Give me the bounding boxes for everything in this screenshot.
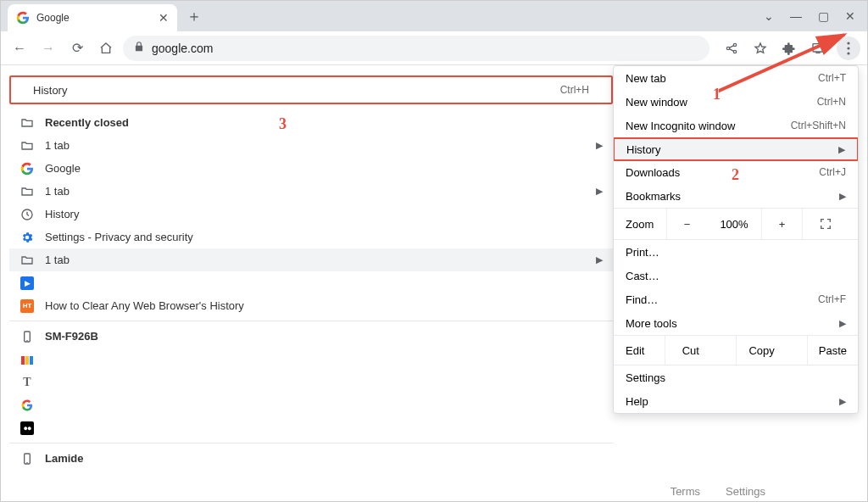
history-item[interactable]: ●● [9,416,613,439]
history-icon [19,207,35,222]
zoom-out-button[interactable]: − [666,209,707,239]
separator [9,443,613,443]
menu-settings[interactable]: Settings [614,365,858,389]
home-button[interactable] [94,36,118,60]
forward-button: → [36,36,60,60]
chevron-right-icon: ▶ [839,396,846,407]
annotation-2: 2 [732,166,739,184]
menu-label: Downloads [626,166,680,179]
toolbar: ← → ⟳ google.com [1,31,867,65]
folder-icon [19,184,35,199]
google-favicon [16,11,30,25]
history-item[interactable]: Settings - Privacy and security [9,226,613,248]
kebab-menu-button[interactable] [837,36,860,60]
menu-label: Find… [626,293,658,306]
address-bar[interactable]: google.com [123,36,709,61]
caret-down-icon[interactable]: ⌄ [760,9,777,23]
extensions-icon[interactable] [779,38,799,59]
svg-point-6 [847,52,849,54]
folder-icon [19,138,35,153]
zoom-label: Zoom [614,218,666,231]
history-item[interactable] [9,348,613,371]
svg-rect-3 [813,43,823,51]
star-icon[interactable] [750,38,771,59]
shortcut: Ctrl+Shift+N [791,120,846,131]
reload-button[interactable]: ⟳ [65,36,89,60]
copy-button[interactable]: Copy [736,336,787,365]
fullscreen-button[interactable] [802,209,848,239]
recently-closed-heading: Recently closed [9,111,613,134]
annotation-3: 3 [279,115,287,133]
cast-icon[interactable] [808,38,828,59]
menu-new-tab[interactable]: New tab Ctrl+T [614,66,858,90]
zoom-in-button[interactable]: + [761,209,802,239]
menu-bookmarks[interactable]: Bookmarks ▶ [614,184,858,208]
menu-new-window[interactable]: New window Ctrl+N [614,90,858,114]
menu-zoom-row: Zoom − 100% + [614,209,858,239]
new-tab-button[interactable]: ＋ [182,4,206,28]
history-header-shortcut: Ctrl+H [560,84,589,96]
chevron-right-icon: ▶ [839,191,846,202]
separator [9,321,613,321]
item-label: 1 tab [45,254,70,266]
history-item[interactable]: ▶ [9,271,613,294]
footer-terms[interactable]: Terms [670,485,700,498]
shortcut: Ctrl+F [818,293,846,305]
menu-cast[interactable]: Cast… [614,264,858,287]
history-item[interactable]: HT How to Clear Any Web Browser's Histor… [9,294,613,317]
edit-label: Edit [614,344,644,357]
item-label: 1 tab [45,139,70,152]
folder-icon [19,115,35,131]
window-controls: ⌄ — ▢ ✕ [760,9,867,23]
menu-find[interactable]: Find… Ctrl+F [614,287,858,311]
tab-strip: Google ✕ ＋ ⌄ — ▢ ✕ [1,1,867,31]
minimize-icon[interactable]: — [787,9,804,23]
paste-button[interactable]: Paste [807,336,858,365]
settings-icon [19,230,35,245]
menu-help[interactable]: Help ▶ [614,389,858,413]
device-label: SM-F926B [45,330,98,343]
back-button[interactable]: ← [8,36,31,60]
close-tab-icon[interactable]: ✕ [159,11,169,25]
browser-tab[interactable]: Google ✕ [8,4,177,31]
menu-history[interactable]: History ▶ [613,137,859,161]
svg-point-5 [847,47,849,49]
close-window-icon[interactable]: ✕ [842,9,859,23]
menu-edit-row: Edit Cut Copy Paste [614,336,858,365]
menu-label: New Incognito window [626,120,735,132]
folder-icon [19,253,35,268]
menu-label: New tab [626,72,666,85]
synced-device[interactable]: SM-F926B [9,325,613,348]
history-item[interactable]: T [9,371,613,393]
cut-button[interactable]: Cut [665,336,715,365]
menu-label: Bookmarks [626,190,681,203]
history-header-label: History [33,84,67,97]
menu-incognito[interactable]: New Incognito window Ctrl+Shift+N [614,114,858,137]
history-item[interactable]: History [9,203,613,226]
synced-device[interactable]: Lamide [9,447,613,470]
menu-label: Help [626,395,648,408]
menu-more-tools[interactable]: More tools ▶ [614,311,858,335]
menu-print[interactable]: Print… [614,240,858,264]
maximize-icon[interactable]: ▢ [815,9,832,23]
chevron-right-icon: ▶ [596,140,603,151]
share-icon[interactable] [721,38,742,59]
chevron-right-icon: ▶ [838,144,845,155]
history-item[interactable]: 1 tab ▶ [9,134,613,157]
device-label: Lamide [45,452,84,465]
phone-icon [19,451,35,466]
phone-icon [19,329,35,344]
history-item[interactable]: 1 tab ▶ [9,180,613,203]
shortcut: Ctrl+N [817,96,846,108]
menu-label: Settings [626,371,665,384]
history-item[interactable]: 1 tab ▶ [9,248,613,271]
history-item[interactable] [9,393,613,416]
page-footer: Terms Settings [670,485,765,498]
item-label: Settings - Privacy and security [45,231,193,243]
history-header[interactable]: History Ctrl+H [9,75,613,104]
footer-settings[interactable]: Settings [726,485,765,498]
annotation-1: 1 [713,86,721,103]
content-area: History Ctrl+H Recently closed 1 tab ▶ G… [1,65,867,502]
history-item[interactable]: Google [9,157,613,180]
google-icon [19,398,35,413]
